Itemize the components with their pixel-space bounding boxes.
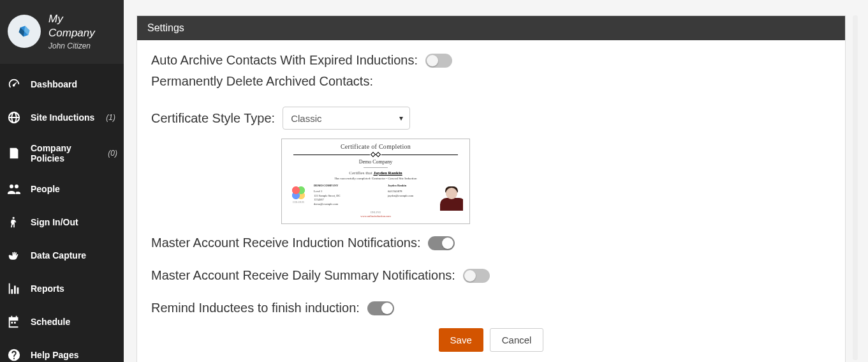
- cert-left-col: Demo Company Level 1 123 Sample Street, …: [314, 184, 384, 207]
- sidebar-header: My Company John Citizen: [0, 0, 124, 64]
- save-button[interactable]: Save: [439, 328, 483, 352]
- select-value: Classic: [291, 113, 321, 124]
- settings-panel: Settings Auto Archive Contacts With Expi…: [136, 15, 846, 362]
- cert-bottom-note: ONLINE: [287, 211, 464, 214]
- cancel-button[interactable]: Cancel: [490, 328, 544, 352]
- nav-label: People: [31, 184, 60, 194]
- cert-description: Has successfully completed: Contractor -…: [287, 177, 464, 180]
- toggle-remind-inductees[interactable]: [367, 301, 394, 315]
- select-cert-style[interactable]: Classic: [283, 107, 410, 130]
- row-auto-archive: Auto Archive Contacts With Expired Induc…: [151, 53, 831, 68]
- nav-people[interactable]: People: [0, 172, 124, 206]
- scrollbar[interactable]: [853, 15, 858, 360]
- panel-title: Settings: [137, 16, 845, 40]
- row-permanent-delete: Permanently Delete Archived Contacts:: [151, 74, 831, 89]
- nav-label: Dashboard: [31, 79, 77, 89]
- toggle-master-daily[interactable]: [463, 269, 490, 283]
- setting-label: Remind Inductees to finish induction:: [151, 301, 360, 315]
- nav-sign-in-out[interactable]: Sign In/Out: [0, 206, 124, 239]
- company-block: My Company John Citizen: [48, 12, 95, 50]
- nav-help[interactable]: Help Pages: [0, 338, 124, 362]
- help-icon: [6, 347, 22, 362]
- cert-logo-box: COLOUR: [287, 186, 310, 207]
- nav-label: Reports: [31, 283, 64, 294]
- setting-label: Master Account Receive Induction Notific…: [151, 236, 420, 250]
- nav: Dashboard Site Inductions (1) Company Po…: [0, 64, 124, 362]
- cert-logo-icon: [292, 186, 305, 199]
- row-remind-inductees: Remind Inductees to finish induction:: [151, 301, 831, 315]
- people-icon: [6, 181, 22, 197]
- cert-logo-label: COLOUR: [293, 200, 304, 204]
- cert-certifies: Certifies that Jayden Rankin: [287, 170, 464, 176]
- company-name: My Company: [48, 12, 95, 40]
- nav-data-capture[interactable]: Data Capture: [0, 239, 124, 272]
- nav-company-policies[interactable]: Company Policies (0): [0, 134, 124, 172]
- globe-icon: [6, 110, 22, 125]
- cert-left-lines: Level 1 123 Sample Street, DC 1234567 de…: [314, 190, 384, 207]
- nav-label: Sign In/Out: [31, 217, 78, 227]
- cert-left-heading: Demo Company: [314, 184, 384, 188]
- setting-label: Master Account Receive Daily Summary Not…: [151, 268, 455, 283]
- action-row: Save Cancel: [151, 328, 831, 352]
- certificate-preview: Certificate of Completion Demo Company C…: [281, 139, 470, 224]
- cert-smallline: [364, 167, 388, 168]
- chart-icon: [6, 281, 22, 296]
- nav-label: Schedule: [31, 317, 70, 327]
- panel-body: Auto Archive Contacts With Expired Induc…: [137, 40, 845, 362]
- hand-icon: [6, 248, 22, 263]
- nav-site-inductions[interactable]: Site Inductions (1): [0, 101, 124, 134]
- inductee-photo: [440, 184, 463, 212]
- nav-label: Data Capture: [31, 250, 86, 260]
- setting-label: Certificate Style Type:: [151, 111, 275, 126]
- nav-label: Site Inductions: [31, 112, 94, 123]
- toggle-auto-archive[interactable]: [425, 54, 452, 68]
- nav-reports[interactable]: Reports: [0, 272, 124, 305]
- user-name: John Citizen: [48, 41, 95, 50]
- row-master-induction-notifs: Master Account Receive Induction Notific…: [151, 236, 831, 250]
- row-cert-style: Certificate Style Type: Classic: [151, 107, 831, 130]
- main: Settings Auto Archive Contacts With Expi…: [124, 0, 868, 362]
- calendar-icon: [6, 314, 22, 329]
- walk-icon: [6, 215, 22, 230]
- cert-title: Certificate of Completion: [287, 143, 464, 150]
- gauge-icon: [6, 77, 22, 92]
- cert-company: Demo Company: [287, 159, 464, 165]
- nav-label: Help Pages: [31, 350, 78, 360]
- cert-columns: COLOUR Demo Company Level 1 123 Sample S…: [287, 184, 464, 207]
- nav-badge: (0): [108, 149, 117, 158]
- cert-right-col: Jayden Rankin 0412345678 jayden@example.…: [388, 184, 464, 207]
- setting-label: Auto Archive Contacts With Expired Induc…: [151, 53, 418, 68]
- setting-label: Permanently Delete Archived Contacts:: [151, 74, 373, 89]
- link-icon: [13, 20, 35, 42]
- company-logo: [8, 15, 41, 48]
- nav-label: Company Policies: [31, 143, 96, 163]
- cert-divider: [293, 151, 458, 158]
- nav-schedule[interactable]: Schedule: [0, 305, 124, 338]
- nav-badge: (1): [106, 113, 115, 122]
- nav-dashboard[interactable]: Dashboard: [0, 68, 124, 101]
- toggle-master-induction[interactable]: [428, 236, 455, 250]
- document-icon: [6, 146, 22, 161]
- row-master-daily-notifs: Master Account Receive Daily Summary Not…: [151, 268, 831, 283]
- cert-link: www.onlineinduction.com: [287, 215, 464, 218]
- sidebar: My Company John Citizen Dashboard Site I…: [0, 0, 124, 362]
